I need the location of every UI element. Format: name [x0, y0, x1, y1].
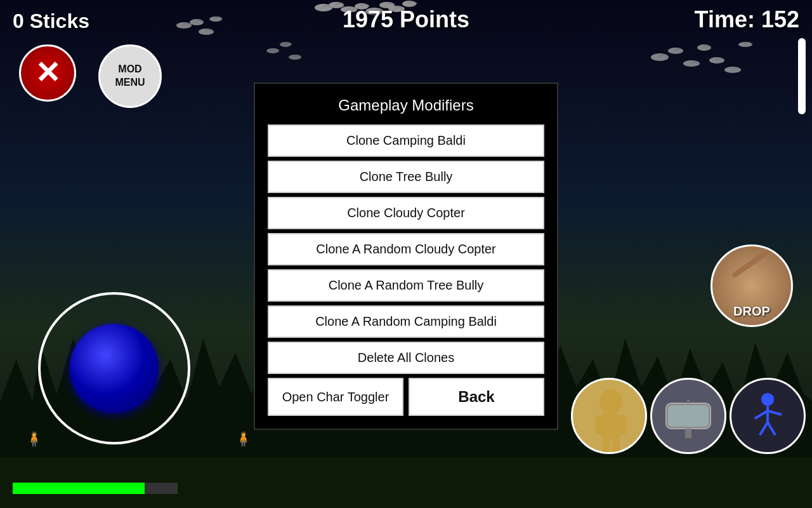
progress-bar-fill	[13, 483, 145, 494]
stick-icon	[731, 245, 776, 278]
svg-line-36	[760, 422, 768, 435]
delete-all-clones-button[interactable]: Delete All Clones	[268, 342, 544, 374]
mod-menu-label: MOD MENU	[115, 63, 145, 90]
svg-rect-24	[595, 415, 603, 434]
svg-rect-27	[612, 439, 620, 454]
clone-camping-baldi-button[interactable]: Clone Camping Baldi	[268, 124, 544, 157]
right-circle-figure[interactable]	[730, 378, 806, 454]
svg-line-34	[755, 411, 768, 418]
open-char-toggler-button[interactable]: Open Char Toggler	[268, 378, 403, 416]
svg-point-32	[761, 393, 774, 406]
svg-rect-26	[602, 439, 610, 454]
drop-label: DROP	[733, 304, 770, 319]
scroll-bar[interactable]	[798, 38, 806, 114]
right-circle-character[interactable]	[571, 378, 647, 454]
back-button[interactable]: Back	[409, 378, 544, 416]
svg-point-22	[599, 389, 622, 415]
drop-button[interactable]: DROP	[710, 244, 793, 327]
progress-bar-container	[13, 483, 178, 494]
svg-rect-25	[619, 415, 627, 434]
clone-random-camping-baldi-button[interactable]: Clone A Random Camping Baldi	[268, 305, 544, 338]
clone-cloudy-copter-button[interactable]: Clone Cloudy Copter	[268, 197, 544, 229]
svg-line-35	[768, 411, 782, 415]
joystick-ball[interactable]	[70, 324, 159, 413]
clone-random-cloudy-copter-button[interactable]: Clone A Random Cloudy Copter	[268, 233, 544, 265]
time-counter: Time: 152	[695, 6, 799, 33]
svg-rect-30	[685, 429, 691, 438]
mod-menu-button[interactable]: MOD MENU	[98, 44, 162, 108]
joystick-container[interactable]	[38, 292, 190, 444]
close-icon: ✕	[35, 58, 60, 88]
modal-title: Gameplay Modifiers	[268, 97, 544, 114]
right-circle-mirror[interactable]	[650, 378, 726, 454]
clone-random-tree-bully-button[interactable]: Clone A Random Tree Bully	[268, 269, 544, 302]
svg-line-37	[768, 422, 775, 435]
clone-tree-bully-button[interactable]: Clone Tree Bully	[268, 161, 544, 193]
svg-rect-29	[668, 405, 709, 427]
close-button[interactable]: ✕	[19, 44, 76, 102]
points-counter: 1975 Points	[343, 6, 469, 33]
modal-bottom-row: Open Char Toggler Back	[268, 378, 544, 416]
bg-character-2: 🧍	[235, 431, 252, 448]
sticks-counter: 0 Sticks	[13, 10, 89, 33]
bg-character-1: 🧍	[25, 431, 43, 448]
svg-rect-23	[601, 414, 620, 439]
gameplay-modifiers-modal: Gameplay Modifiers Clone Camping Baldi C…	[254, 83, 558, 430]
